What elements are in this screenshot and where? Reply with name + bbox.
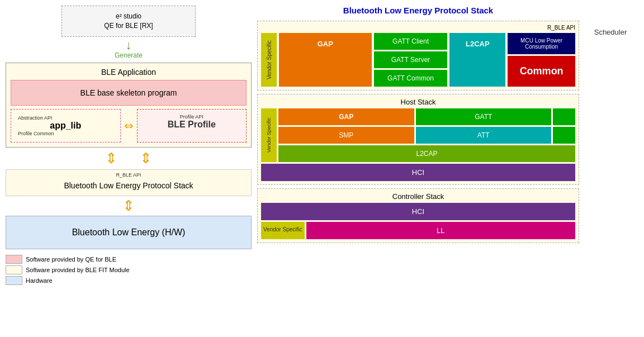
rble-common: Common	[508, 56, 575, 87]
legend-item-hw: Hardware	[6, 276, 252, 285]
controller-bottom-row: Vendor Specific LL	[261, 222, 575, 239]
generate-label: Generate	[115, 51, 143, 59]
protocol-diagram: Bluetooth Low Energy Protocol Stack R_BL…	[257, 6, 579, 331]
host-stack-section: Host Stack Vendor Specific GAP GATT SMP …	[257, 94, 579, 185]
host-middle-row: SMP ATT	[278, 127, 575, 144]
rble-gatt-client: GATT Client	[374, 33, 448, 50]
middle-arrows: ⇕ ⇕	[6, 150, 252, 167]
host-stack-title: Host Stack	[261, 98, 575, 106]
rble-gatt-common: GATT Common	[374, 70, 448, 87]
ble-profile-label: BLE Profile	[144, 120, 240, 130]
legend: Software provided by QE for BLE Software…	[6, 255, 252, 285]
ble-hw-box: Bluetooth Low Energy (H/W)	[6, 216, 252, 249]
host-gap: GAP	[278, 108, 414, 125]
host-green-decoration	[553, 108, 575, 125]
rble-gap-box: GAP	[279, 33, 372, 87]
abstraction-api-label: Abstraction API	[18, 115, 113, 121]
ble-skeleton-label: BLE base skeleton program	[80, 88, 177, 97]
diagram-title: Bluetooth Low Energy Protocol Stack	[257, 6, 579, 15]
protocol-stack-title: Bluetooth Low Energy Protocol Stack	[11, 178, 247, 193]
profile-api-label: Profile API	[144, 114, 240, 120]
host-smp: SMP	[278, 127, 414, 144]
controller-vendor: Vendor Specific	[261, 222, 305, 239]
legend-color-hw	[6, 276, 22, 285]
rble-mcu-low-power: MCU Low Power Consumption	[508, 33, 575, 54]
double-arrow-icon: ⇔	[124, 109, 134, 143]
rble-api-section: R_BLE API Bluetooth Low Energy Protocol …	[6, 169, 252, 196]
host-green-decoration2	[553, 127, 575, 144]
scheduler-label: Scheduler	[594, 28, 627, 36]
app-lib-box: Abstraction API app_lib Profile Common	[11, 109, 121, 143]
controller-ll: LL	[306, 222, 576, 239]
ble-hw-label: Bluetooth Low Energy (H/W)	[72, 227, 186, 237]
rble-vendor-specific: Vendor Specific	[261, 33, 277, 87]
controller-hci: HCI	[261, 203, 575, 220]
rble-gatt-server: GATT Server	[374, 51, 448, 68]
host-l2cap: L2CAP	[278, 145, 575, 162]
rble-api-section-right: R_BLE API Vendor Specific GAP GATT Clien…	[257, 21, 579, 91]
profile-common-label: Profile Common	[18, 131, 113, 136]
ble-application-box: BLE Application BLE base skeleton progra…	[6, 63, 252, 148]
legend-color-fit	[6, 265, 22, 274]
legend-color-qe	[6, 255, 22, 264]
e2-studio-line2: QE for BLE [RX]	[68, 21, 190, 31]
rble-api-label: R_BLE API	[11, 172, 247, 178]
arrow-double-big: ⇕	[6, 197, 252, 215]
app-lib-main: app_lib	[18, 121, 113, 131]
rble-api-top-label: R_BLE API	[261, 25, 575, 31]
host-hci: HCI	[261, 164, 575, 181]
host-content: Vendor Specific GAP GATT SMP ATT L2CAP	[261, 108, 575, 162]
e2-studio-box: e² studio QE for BLE [RX]	[61, 6, 196, 37]
legend-label-fit: Software provided by BLE FIT Module	[26, 267, 130, 273]
legend-item-fit: Software provided by BLE FIT Module	[6, 265, 252, 274]
rble-l2cap-box: L2CAP	[449, 33, 505, 87]
e2-studio-line1: e² studio	[68, 12, 190, 21]
left-panel: e² studio QE for BLE [RX] ↓ Generate BLE…	[6, 6, 252, 331]
host-top-row: GAP GATT	[278, 108, 575, 125]
arrow-up-right: ⇕	[140, 150, 152, 167]
ble-skeleton-box: BLE base skeleton program	[11, 80, 247, 106]
generate-arrow-down: ↓	[126, 39, 132, 51]
controller-stack-title: Controller Stack	[261, 192, 575, 201]
ble-profile-box: Profile API BLE Profile	[137, 109, 247, 143]
rble-api-row: Vendor Specific GAP GATT Client GATT Ser…	[261, 33, 575, 87]
scheduler-column: Scheduler	[583, 6, 638, 331]
host-gatt: GATT	[416, 108, 552, 125]
legend-item-qe: Software provided by QE for BLE	[6, 255, 252, 264]
legend-label-hw: Hardware	[26, 277, 53, 284]
controller-stack-section: Controller Stack HCI Vendor Specific LL	[257, 188, 579, 243]
ble-application-title: BLE Application	[11, 68, 247, 77]
legend-label-qe: Software provided by QE for BLE	[26, 256, 116, 263]
right-panel: Bluetooth Low Energy Protocol Stack R_BL…	[257, 6, 638, 331]
host-vendor-specific: Vendor Specific	[261, 108, 277, 162]
host-middle: GAP GATT SMP ATT L2CAP	[278, 108, 575, 162]
arrow-up-left: ⇕	[105, 150, 117, 167]
main-container: e² studio QE for BLE [RX] ↓ Generate BLE…	[0, 0, 644, 337]
host-att: ATT	[416, 127, 552, 144]
